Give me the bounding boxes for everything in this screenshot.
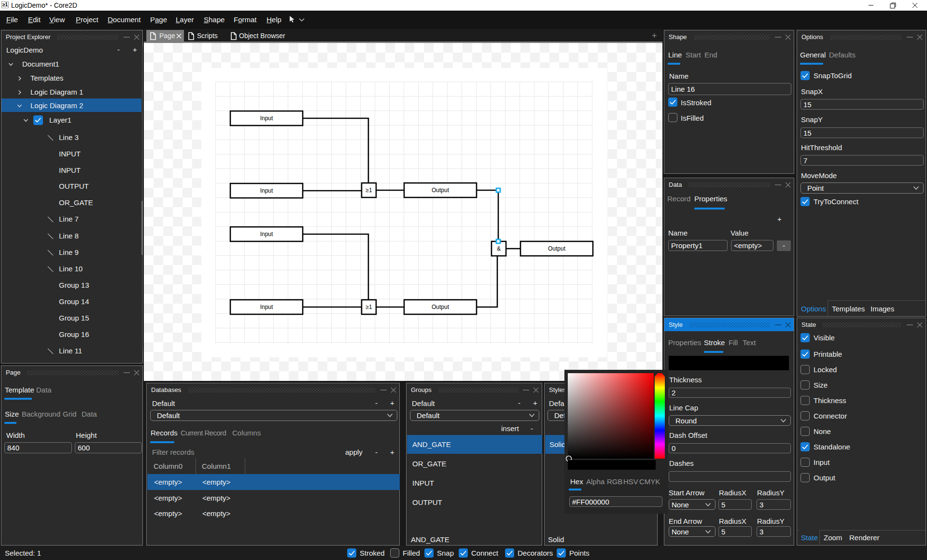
svg-text:Input: Input xyxy=(260,187,273,194)
svg-text:Output: Output xyxy=(548,245,566,252)
svg-text:Output: Output xyxy=(432,187,449,194)
svg-text:&: & xyxy=(497,245,501,252)
svg-text:Input: Input xyxy=(260,115,273,122)
svg-text:Output: Output xyxy=(432,304,449,310)
svg-text:≥1: ≥1 xyxy=(365,187,372,194)
svg-text:Input: Input xyxy=(260,231,273,238)
svg-text:Input: Input xyxy=(260,304,273,310)
svg-text:≥1: ≥1 xyxy=(365,304,372,310)
